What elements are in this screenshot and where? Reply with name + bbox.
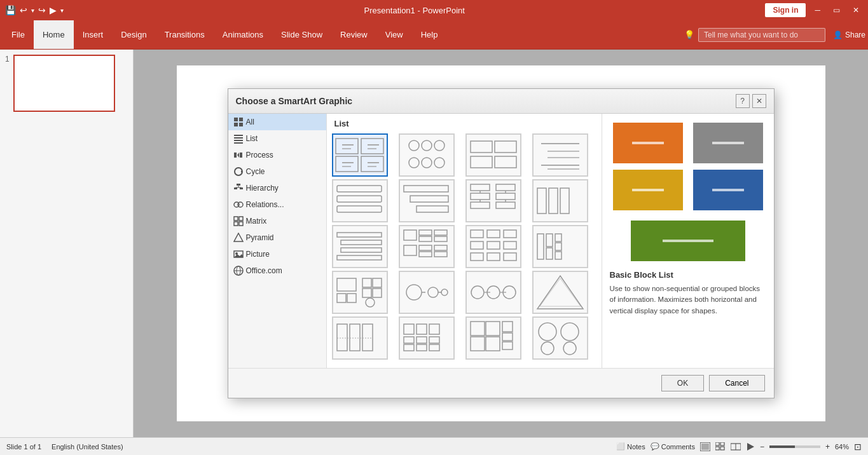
share-button[interactable]: 👤 Share [833,31,865,39]
svg-rect-156 [715,447,719,450]
dialog-title-bar: Choose a SmartArt Graphic ? ✕ [228,89,774,114]
svg-rect-83 [419,230,432,235]
tab-view[interactable]: View [376,20,412,49]
restore-btn[interactable]: ▭ [829,4,844,16]
dialog-close-button[interactable]: ✕ [752,94,766,108]
svg-rect-80 [341,248,382,252]
fit-slide-icon[interactable]: ⊡ [854,442,862,452]
graphic-item-0[interactable] [332,133,388,177]
category-matrix[interactable]: Matrix [228,213,326,229]
tab-review[interactable]: Review [331,20,376,49]
category-all[interactable]: All [228,114,326,130]
graphic-item-15[interactable] [532,271,588,314]
svg-rect-10 [240,153,242,158]
svg-rect-64 [417,206,448,212]
undo-dropdown[interactable]: ▾ [31,7,34,14]
zoom-level[interactable]: 64% [835,443,849,451]
zoom-slider[interactable] [769,445,820,448]
category-list[interactable]: List [228,130,326,147]
svg-rect-74 [496,202,515,208]
undo-icon[interactable]: ↩ [20,5,27,15]
cancel-button[interactable]: Cancel [709,375,764,391]
preview-block-5 [631,219,745,262]
slideshow-button[interactable] [746,442,755,451]
graphic-item-8[interactable] [332,225,388,268]
search-input[interactable] [698,28,825,42]
graphic-item-7[interactable] [532,179,588,222]
sign-in-button[interactable]: Sign in [765,3,806,17]
zoom-in-icon[interactable]: + [825,442,830,451]
notes-button[interactable]: ⬜ Notes [616,442,645,451]
graphic-item-18[interactable] [465,316,521,360]
ok-button[interactable]: OK [661,375,704,391]
svg-point-148 [539,323,556,341]
present-icon[interactable]: ▶ [50,5,57,15]
svg-point-47 [409,158,419,168]
graphic-item-16[interactable] [332,316,388,360]
svg-rect-102 [546,234,553,247]
zoom-out-icon[interactable]: − [760,442,764,451]
minimize-btn[interactable]: ─ [811,4,824,16]
slide-panel: 1 [0,50,134,437]
graphic-item-3[interactable] [532,133,588,177]
svg-rect-91 [434,252,447,257]
svg-marker-160 [747,443,754,451]
svg-rect-24 [239,222,243,226]
svg-rect-133 [404,337,414,343]
tab-animations[interactable]: Animations [214,20,272,49]
graphic-item-11[interactable] [532,225,588,268]
slide-sorter-button[interactable] [715,442,726,451]
category-relationship[interactable]: Relations... [228,196,326,213]
comments-button[interactable]: 💬 Comments [651,442,695,451]
tab-help[interactable]: Help [412,20,447,49]
slide-thumbnail[interactable] [13,55,115,112]
svg-rect-34 [361,139,383,154]
svg-rect-134 [404,344,414,351]
graphic-item-5[interactable] [399,179,455,222]
graphic-item-17[interactable] [399,316,455,360]
graphic-item-6[interactable] [465,179,521,222]
svg-rect-145 [502,322,513,332]
svg-rect-136 [417,337,427,343]
category-picture[interactable]: Picture [228,246,326,262]
graphic-item-12[interactable] [332,271,388,314]
dialog-help-button[interactable]: ? [736,94,750,108]
normal-view-button[interactable] [700,442,710,451]
customize-icon[interactable]: ▾ [60,7,64,14]
reading-view-icon [731,442,741,451]
category-office[interactable]: Office.com [228,262,326,279]
canvas-area: Choose a SmartArt Graphic ? ✕ All [134,50,868,437]
svg-rect-107 [337,278,356,291]
tab-transitions[interactable]: Transitions [156,20,214,49]
svg-rect-21 [234,217,238,221]
svg-point-45 [422,140,432,151]
tab-file[interactable]: File [3,20,34,49]
redo-icon[interactable]: ↪ [38,5,46,15]
graphic-item-4[interactable] [332,179,388,222]
category-hierarchy[interactable]: Hierarchy [228,180,326,196]
graphic-item-13[interactable] [399,271,455,314]
tab-design[interactable]: Design [112,20,155,49]
graphic-item-1[interactable] [399,133,455,177]
save-icon[interactable]: 💾 [5,5,16,15]
category-cycle[interactable]: Cycle [228,163,326,180]
svg-rect-72 [496,193,515,200]
tab-insert[interactable]: Insert [74,20,113,49]
svg-rect-35 [361,156,383,172]
tab-slideshow[interactable]: Slide Show [272,20,331,49]
graphic-item-9[interactable] [399,225,455,268]
tab-home[interactable]: Home [34,20,74,49]
graphic-item-14[interactable] [465,271,521,314]
category-process[interactable]: Process [228,147,326,163]
language-info: English (United States) [52,443,123,451]
graphic-item-10[interactable] [465,225,521,268]
svg-rect-32 [336,139,358,154]
svg-rect-82 [404,230,417,240]
svg-rect-89 [419,252,432,257]
reading-view-button[interactable] [731,442,741,451]
svg-rect-130 [362,324,373,351]
close-btn[interactable]: ✕ [849,4,863,16]
graphic-item-19[interactable] [532,316,588,360]
graphic-item-2[interactable] [465,133,521,177]
category-pyramid[interactable]: Pyramid [228,229,326,246]
